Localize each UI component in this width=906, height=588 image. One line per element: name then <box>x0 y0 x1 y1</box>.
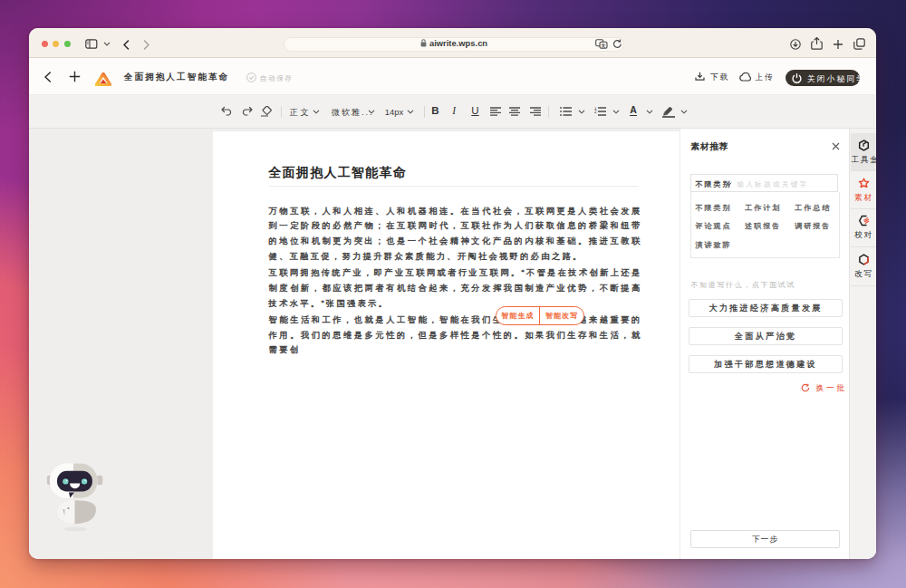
svg-text:文: 文 <box>601 43 606 48</box>
svg-text:2: 2 <box>594 110 597 114</box>
